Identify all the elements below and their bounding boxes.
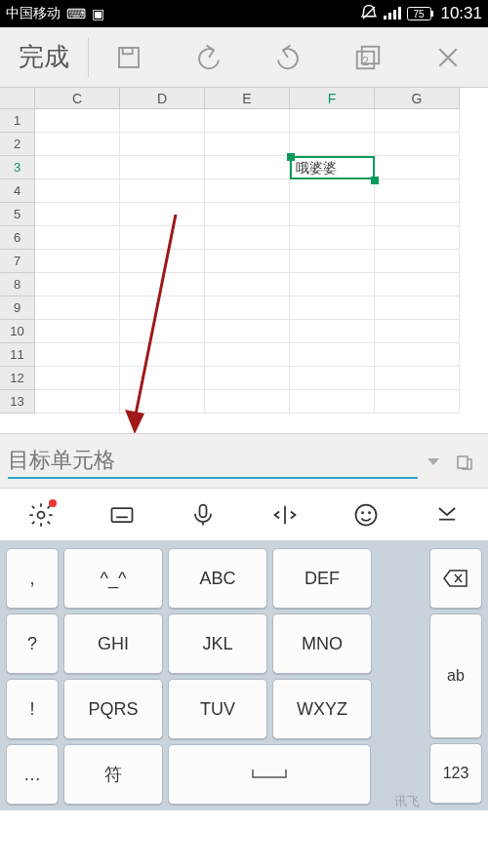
key-jkl[interactable]: JKL	[168, 613, 267, 674]
svg-point-29	[362, 512, 363, 513]
col-header-e[interactable]: E	[205, 88, 290, 109]
svg-rect-18	[458, 456, 468, 468]
ime-toolbar	[0, 488, 488, 540]
keyboard: , ? ! … ^_^ ABC DEF GHI JKL MNO PQRS TUV…	[0, 540, 488, 810]
row-header[interactable]: 13	[0, 390, 35, 414]
expand-icon[interactable]	[449, 450, 480, 473]
done-button[interactable]: 完成	[0, 40, 88, 74]
key-ghi[interactable]: GHI	[63, 613, 163, 674]
editor-toolbar: 完成 2	[0, 27, 488, 88]
row-header[interactable]: 11	[0, 343, 35, 367]
save-button[interactable]	[89, 43, 169, 72]
signal-icon	[384, 6, 401, 22]
key-abc[interactable]: ABC	[168, 548, 267, 609]
selection-handle-tl[interactable]	[287, 153, 295, 161]
row-header[interactable]: 5	[0, 203, 35, 226]
key-alpha-mode[interactable]: ab	[429, 613, 482, 738]
formula-bar	[0, 433, 488, 488]
key-space[interactable]	[168, 744, 371, 805]
grid-corner[interactable]	[0, 88, 35, 109]
svg-rect-1	[384, 16, 386, 20]
svg-point-30	[369, 512, 370, 513]
battery-icon: 75	[407, 7, 434, 20]
row-header[interactable]: 3	[0, 156, 35, 179]
row-header[interactable]: 12	[0, 367, 35, 390]
key-comma[interactable]: ,	[6, 548, 59, 609]
svg-rect-2	[388, 13, 391, 20]
col-header-c[interactable]: C	[35, 88, 120, 109]
settings-button[interactable]	[21, 495, 61, 534]
svg-rect-26	[200, 504, 207, 517]
mute-icon	[360, 4, 378, 24]
collapse-keyboard-button[interactable]	[427, 495, 467, 534]
notification-dot-icon	[49, 499, 57, 507]
row-header[interactable]: 9	[0, 296, 35, 320]
col-header-d[interactable]: D	[120, 88, 205, 109]
row-header[interactable]: 8	[0, 273, 35, 296]
tabs-button[interactable]: 2	[328, 43, 408, 72]
status-bar: 中国移动 ⌨ ▣ 75 10:31	[0, 0, 488, 27]
svg-rect-3	[393, 10, 396, 20]
key-tuv[interactable]: TUV	[168, 679, 267, 739]
key-backspace[interactable]	[429, 548, 482, 609]
key-exclaim[interactable]: !	[6, 679, 59, 739]
close-button[interactable]	[408, 43, 488, 72]
ime-brand-label: 讯飞	[394, 793, 420, 810]
svg-point-28	[355, 504, 376, 525]
row-header[interactable]: 10	[0, 320, 35, 343]
key-mno[interactable]: MNO	[272, 613, 372, 674]
row-header[interactable]: 2	[0, 133, 35, 156]
cursor-mode-button[interactable]	[265, 495, 305, 534]
undo-button[interactable]	[169, 43, 249, 72]
emoji-button[interactable]	[346, 495, 386, 534]
key-pqrs[interactable]: PQRS	[63, 679, 163, 739]
svg-marker-17	[427, 458, 439, 465]
target-cell-input[interactable]	[8, 444, 418, 479]
row-header[interactable]: 4	[0, 179, 35, 203]
redo-button[interactable]	[249, 43, 329, 72]
spreadsheet-area[interactable]: C D E F G 1 2 3 4 5 6 7 8 9 10 11 12 13 …	[0, 88, 488, 433]
row-header[interactable]: 7	[0, 250, 35, 273]
keyboard-indicator-icon: ⌨	[66, 6, 86, 21]
clock-label: 10:31	[440, 4, 482, 23]
svg-text:2: 2	[362, 54, 369, 67]
dropdown-icon[interactable]	[418, 454, 449, 469]
selection-handle-br[interactable]	[371, 177, 379, 184]
selected-cell[interactable]: 哦婆婆	[290, 156, 375, 179]
col-header-g[interactable]: G	[375, 88, 460, 109]
col-header-f[interactable]: F	[290, 88, 375, 109]
svg-rect-6	[431, 11, 433, 17]
key-emoticon[interactable]: ^_^	[63, 548, 163, 609]
key-symbols[interactable]: 符	[63, 744, 163, 805]
svg-rect-9	[123, 48, 133, 54]
svg-point-19	[37, 511, 44, 518]
row-header[interactable]: 1	[0, 109, 35, 133]
voice-input-button[interactable]	[183, 495, 223, 534]
picture-indicator-icon: ▣	[92, 6, 104, 21]
svg-rect-20	[111, 508, 132, 522]
carrier-label: 中国移动	[6, 5, 61, 22]
key-ellipsis[interactable]: …	[6, 744, 59, 805]
row-header[interactable]: 6	[0, 226, 35, 250]
key-numeric-mode[interactable]: 123	[429, 743, 482, 804]
key-def[interactable]: DEF	[272, 548, 372, 609]
keyboard-mode-button[interactable]	[102, 495, 142, 534]
key-question[interactable]: ?	[6, 613, 59, 674]
svg-rect-4	[398, 7, 401, 20]
svg-text:75: 75	[414, 9, 426, 20]
key-wxyz[interactable]: WXYZ	[272, 679, 372, 739]
